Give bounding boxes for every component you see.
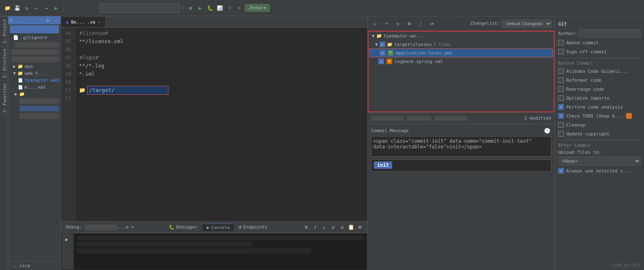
file1-checkbox[interactable] — [380, 50, 385, 56]
commit-textarea[interactable]: <span class="commit-init" data-name="com… — [371, 136, 551, 157]
sidebar-tab-structure[interactable]: 2: Structure — [0, 46, 8, 81]
commit-message-box[interactable]: init — [371, 159, 551, 172]
commit-message-label: Commit Message — [371, 128, 409, 133]
changelist-select[interactable]: Default Changelist — [502, 20, 552, 28]
tree-item-subfolder[interactable]: ▶ 📁 — [8, 91, 61, 98]
status-blur-1 — [371, 116, 404, 121]
rearrange-checkbox[interactable] — [558, 86, 564, 92]
tree-collapse-icon[interactable]: — — [52, 17, 59, 24]
blurred-console-1 — [77, 235, 363, 240]
settings-icon[interactable]: ⚙ — [186, 4, 194, 12]
forward-icon[interactable]: → — [42, 4, 50, 12]
refresh-icon[interactable]: ↻ — [23, 4, 31, 12]
selected-file-bar[interactable] — [10, 25, 59, 33]
tree-settings-icon[interactable]: ⚙ — [44, 17, 51, 24]
folder-checkbox[interactable] — [380, 41, 385, 47]
line-numbers: 44 45 46 47 48 49 50 51 52 — [61, 28, 76, 221]
tree-item-xml[interactable]: 📄 m....xml — [8, 84, 61, 91]
update-copyright-checkbox[interactable] — [558, 131, 564, 137]
sidebar-tab-project[interactable]: 1: Project — [0, 16, 8, 46]
debug-label: Debug: — [64, 224, 84, 230]
search-input[interactable] — [99, 3, 180, 13]
target-classes-icon: 📁 — [387, 42, 393, 47]
git-icon-grid[interactable]: ⊞ — [404, 19, 414, 28]
git-icon-undo[interactable]: ↩ — [382, 19, 391, 28]
debug-toolbar-icon5[interactable]: ↺ — [338, 223, 346, 231]
perform-checkbox[interactable] — [558, 104, 564, 110]
csdn-watermark: CSDN @小绿竹 — [611, 262, 641, 268]
commit-label-row: Commit Message 🕐 — [371, 126, 551, 135]
back-icon[interactable]: ← — [33, 4, 41, 12]
git-icon-more[interactable]: ⋮ — [416, 19, 426, 28]
deploy-icon[interactable]: ⚡ — [235, 4, 243, 12]
sidebar-tab-favorites[interactable]: 2: Favorites — [0, 81, 8, 115]
console-label: Console — [211, 225, 230, 230]
save-icon[interactable]: 💾 — [13, 4, 21, 12]
git-icon-refresh[interactable]: ↻ — [393, 19, 403, 28]
file-icon-iml: 📄 — [18, 78, 23, 83]
always-use-label: Always use selected s... — [566, 168, 631, 174]
status-blur-3 — [434, 116, 467, 121]
project-folder-icon: 📁 — [376, 33, 382, 39]
checktodo-checkbox[interactable] — [558, 113, 564, 119]
debug-toolbar-icon4[interactable]: ↺ — [329, 223, 337, 231]
debug-toolbar-icon1[interactable]: ≡ — [302, 223, 310, 231]
tab-debugger[interactable]: 🐛 Debugger — [165, 224, 202, 231]
alibaba-label: Alibaba Code Guideli... — [566, 69, 628, 74]
line-44: 44 — [61, 29, 74, 37]
tab-console[interactable]: ▶ Console — [203, 224, 234, 231]
debug-play-icon[interactable]: ▶ — [63, 235, 71, 244]
debug-icon[interactable]: 🐛 — [206, 4, 214, 12]
changes-file-1[interactable]: Y application-local.yml — [369, 48, 553, 57]
cleanup-checkbox[interactable] — [558, 122, 564, 128]
code-area[interactable]: #license# **/license.xml #logs# **/*.log… — [76, 28, 367, 221]
git-divider-1 — [558, 58, 641, 58]
reformat-checkbox[interactable] — [558, 77, 564, 83]
debug-toolbar-icon6[interactable]: 📋 — [347, 223, 355, 231]
upload-select[interactable]: <None> — [558, 157, 641, 165]
blurred-item-4 — [20, 98, 59, 104]
line-45: 45 — [61, 37, 74, 46]
before-commit-header: Before Commit — [558, 61, 641, 66]
jrebel-button[interactable]: JRebel ▾ — [245, 4, 270, 12]
sign-off-checkbox[interactable] — [558, 49, 564, 54]
changes-folder-row[interactable]: ▼ 📁 target\classes 2 files — [369, 40, 554, 48]
rearrange-row: Rearrange code — [558, 85, 641, 93]
debug-toolbar-icon2[interactable]: ↑ — [311, 223, 319, 231]
profile-icon[interactable]: 📊 — [216, 4, 224, 12]
changes-file-2[interactable]: X logback-spring.xml — [369, 57, 554, 65]
update-copyright-label: Update copyright — [566, 131, 609, 137]
more-icon[interactable]: ⚡ — [225, 4, 234, 12]
tab-close-icon[interactable]: × — [98, 20, 100, 25]
amend-commit-checkbox[interactable] — [558, 40, 564, 46]
always-use-checkbox[interactable] — [558, 168, 564, 174]
git-icon-arrow[interactable]: ↙ — [370, 19, 380, 28]
debugger-icon: 🐛 — [169, 224, 175, 230]
author-input[interactable] — [579, 29, 641, 37]
commit-history-icon[interactable]: 🕐 — [543, 126, 551, 135]
tree-item-gitignore[interactable]: 📄 .gitignore — [8, 34, 61, 41]
tree-item-moo[interactable]: ▶ 📁 moo — [8, 63, 61, 70]
checktodo-row: Check TODO (Show A... — [558, 112, 641, 120]
code-comment-47: #logs# — [79, 54, 98, 62]
file2-checkbox[interactable] — [378, 59, 384, 64]
run2-icon[interactable]: ▶ — [196, 4, 204, 12]
debug-main-area[interactable] — [74, 234, 367, 269]
folder-icon[interactable]: 📁 — [3, 4, 11, 12]
tree-item-iml[interactable]: 📄 tyadapter-web.iml — [8, 77, 61, 84]
alibaba-row: Alibaba Code Guideli... — [558, 68, 641, 75]
after-commit-header: After Commit — [558, 143, 641, 148]
tab-endpoints[interactable]: ⊞ Endpoints — [235, 224, 271, 231]
commit-message-area: Commit Message 🕐 <span class="commit-ini… — [368, 124, 554, 174]
tree-item-web[interactable]: ▼ 📁 web t... — [8, 70, 61, 77]
checktodo-label: Check TODO (Show A... — [566, 113, 623, 119]
amend-commit-label: Amend commit — [566, 40, 598, 46]
git-icon-split[interactable]: ⇌ — [427, 19, 437, 28]
editor-tab-active[interactable]: ◉ Be... .va × — [61, 17, 106, 27]
code-normal-45: **/license.xml — [79, 37, 124, 46]
debug-toolbar-icon3[interactable]: ↓ — [320, 223, 328, 231]
alibaba-checkbox[interactable] — [558, 68, 564, 74]
optimize-checkbox[interactable] — [558, 95, 564, 101]
debug-toolbar-icon7[interactable]: ⊞ — [356, 223, 364, 231]
run-icon[interactable]: ▶ — [52, 4, 60, 12]
